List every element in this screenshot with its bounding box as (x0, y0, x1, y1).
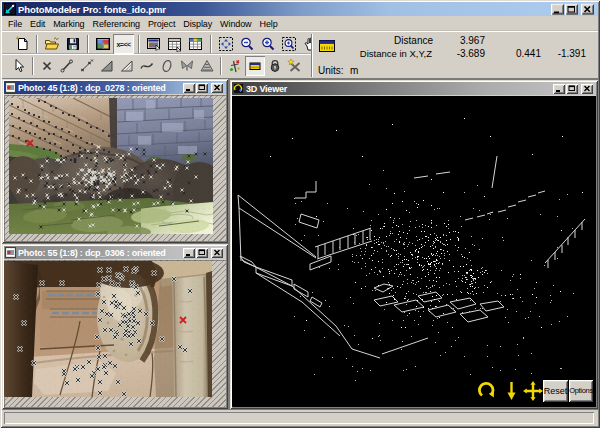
photo2-canvas[interactable] (4, 260, 226, 407)
wireframe-view (232, 96, 596, 406)
photo2-image (4, 261, 212, 397)
maximize-icon (567, 6, 576, 14)
toolbar-area: x=<< (2, 31, 598, 78)
menu-display[interactable]: Display (179, 18, 216, 30)
mark-curve-button[interactable] (137, 56, 157, 76)
viewer3d-viewport[interactable]: Reset Options (232, 96, 596, 407)
menu-help[interactable]: Help (256, 18, 282, 30)
select-arrow-icon (11, 58, 27, 74)
menu-file[interactable]: File (4, 18, 26, 30)
mark-polyline-icon (79, 58, 95, 74)
photo2-window-icon (5, 247, 16, 258)
photo1-close-icon (213, 84, 222, 91)
mark-point-button[interactable] (37, 56, 57, 76)
photo1-minimize-button[interactable] (183, 83, 195, 93)
menu-referencing[interactable]: Referencing (89, 18, 144, 30)
photo2-close-button[interactable] (211, 248, 223, 258)
new-project-button[interactable] (11, 34, 32, 54)
viewer3d-close-icon (583, 85, 592, 92)
scale-rotate-icon (287, 58, 303, 74)
menu-marking[interactable]: Marking (49, 18, 88, 30)
zoom-out-icon (239, 36, 255, 52)
lock-button[interactable] (265, 56, 285, 76)
distance-y-value: 0.441 (501, 48, 541, 59)
open-folder-icon (44, 36, 60, 52)
photo1-close-button[interactable] (211, 83, 223, 93)
surface-draw-button[interactable] (117, 56, 137, 76)
zoom-extents-button[interactable] (215, 34, 236, 54)
reference-mode-button[interactable] (225, 56, 245, 76)
photo2-title-bar[interactable]: Photo: 55 (1:8) : dcp_0306 : oriented (4, 246, 226, 259)
viewer3d-minimize-icon (555, 85, 564, 92)
zoom-in-button[interactable] (257, 34, 278, 54)
photo1-maximize-icon (198, 84, 207, 91)
zoom-out-button[interactable] (236, 34, 257, 54)
zoom-extents-icon (218, 36, 234, 52)
photo1-maximize-button[interactable] (196, 83, 208, 93)
open-project-button[interactable] (41, 34, 62, 54)
pan-control-icon[interactable] (522, 380, 544, 402)
photo2-maximize-icon (198, 249, 207, 256)
menu-edit[interactable]: Edit (26, 18, 49, 30)
photo2-minimize-button[interactable] (183, 248, 195, 258)
menu-window[interactable]: Window (216, 18, 255, 30)
rotate-control-icon[interactable] (477, 380, 499, 402)
minimize-button[interactable] (551, 4, 564, 15)
photo-palette-button[interactable] (92, 34, 113, 54)
toolbar-separator (32, 57, 34, 75)
table-icon (167, 36, 183, 52)
zoom-region-icon (281, 36, 297, 52)
measure-mode-button[interactable] (245, 56, 265, 76)
units-label: Units: (318, 65, 344, 76)
zoom-in-icon (260, 36, 276, 52)
triangles-button[interactable] (177, 56, 197, 76)
workspace: Photo: 45 (1:8) : dcp_0278 : oriented (2, 78, 598, 410)
surface-button[interactable] (97, 56, 117, 76)
mark-polyline-button[interactable] (77, 56, 97, 76)
photomodeler-window: PhotoModeler Pro: fonte_ido.pmr File Edi… (0, 0, 600, 428)
reset-button[interactable]: Reset (543, 380, 568, 402)
save-button[interactable] (62, 34, 83, 54)
surface-outline-triangle-icon (119, 58, 135, 74)
status-bar (2, 410, 598, 426)
photo-table-button[interactable] (185, 34, 206, 54)
scale-rotate-button[interactable] (285, 56, 305, 76)
point-table-button[interactable] (164, 34, 185, 54)
toolbar-separator (87, 35, 89, 53)
viewer3d-close-button[interactable] (581, 84, 593, 94)
photo1-canvas[interactable] (4, 95, 226, 241)
open-photo-button[interactable] (143, 34, 164, 54)
maximize-button[interactable] (565, 4, 578, 15)
options-button[interactable]: Options (569, 380, 593, 402)
close-button[interactable] (581, 4, 594, 15)
viewer3d-window[interactable]: 3D Viewer (230, 80, 598, 409)
photo-palette-icon (95, 36, 111, 52)
photo-window-45[interactable]: Photo: 45 (1:8) : dcp_0278 : oriented (2, 79, 228, 243)
cone-button[interactable] (197, 56, 217, 76)
distance-x-value: -3.689 (445, 48, 485, 59)
select-button[interactable] (9, 56, 29, 76)
mark-line-button[interactable] (57, 56, 77, 76)
close-icon (583, 6, 592, 14)
viewer3d-minimize-button[interactable] (553, 84, 565, 94)
photo1-title-bar[interactable]: Photo: 45 (1:8) : dcp_0278 : oriented (4, 81, 226, 94)
idealize-button[interactable]: x=<< (113, 34, 134, 54)
viewer3d-window-icon (233, 83, 244, 94)
menu-project[interactable]: Project (144, 18, 179, 30)
photo2-maximize-button[interactable] (196, 248, 208, 258)
zoom-region-button[interactable] (278, 34, 299, 54)
distance-xyz-label: Distance in X,Y,Z (316, 48, 432, 59)
viewer3d-maximize-button[interactable] (566, 84, 578, 94)
minimize-icon (553, 6, 562, 14)
photo1-window-icon (5, 82, 16, 93)
photo-window-55[interactable]: Photo: 55 (1:8) : dcp_0306 : oriented (2, 244, 228, 409)
viewer3d-title-bar[interactable]: 3D Viewer (232, 82, 596, 95)
menu-bar: File Edit Marking Referencing Project Di… (2, 17, 598, 31)
cone-icon (199, 58, 215, 74)
title-bar[interactable]: PhotoModeler Pro: fonte_ido.pmr (2, 2, 598, 16)
mark-point-icon (39, 58, 55, 74)
photo1-image (9, 98, 213, 234)
mark-cylinder-button[interactable] (157, 56, 177, 76)
toolbar-separator (311, 34, 313, 77)
translate-z-control-icon[interactable] (504, 380, 519, 402)
